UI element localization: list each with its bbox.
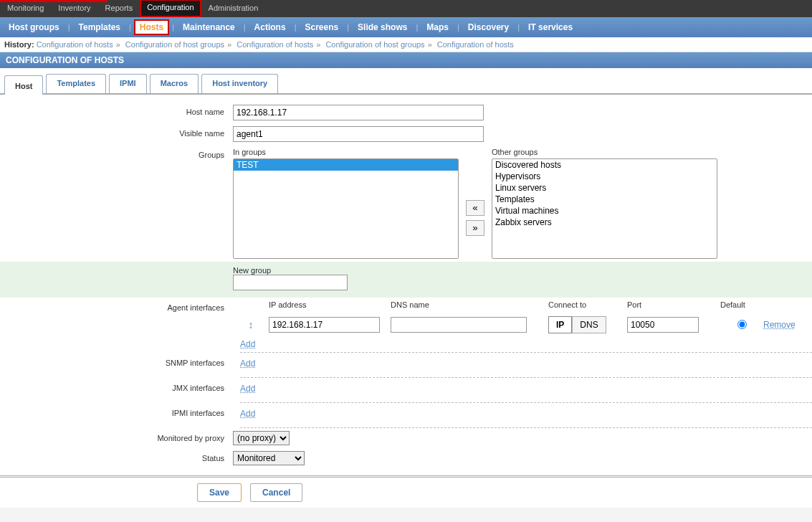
breadcrumb: History: Configuration of hosts» Configu… bbox=[0, 37, 812, 52]
history-link[interactable]: Configuration of hosts bbox=[437, 40, 514, 49]
agent-dns-input[interactable] bbox=[391, 317, 527, 333]
agent-default-radio[interactable] bbox=[737, 320, 747, 329]
host-name-label: Host name bbox=[0, 105, 233, 116]
subnav-discovery[interactable]: Discovery bbox=[462, 19, 515, 35]
subnav-host-groups[interactable]: Host groups bbox=[3, 19, 65, 35]
new-group-label: New group bbox=[233, 266, 348, 275]
group-move-left-button[interactable]: « bbox=[466, 200, 484, 216]
subnav-screens[interactable]: Screens bbox=[299, 19, 344, 35]
sub-nav: Host groups| Templates| Hosts| Maintenan… bbox=[0, 17, 812, 37]
agent-ip-input[interactable] bbox=[269, 317, 380, 333]
jmx-add-link[interactable]: Add bbox=[240, 384, 255, 394]
agent-port-input[interactable] bbox=[627, 317, 699, 333]
subnav-templates[interactable]: Templates bbox=[73, 19, 126, 35]
host-name-input[interactable] bbox=[233, 105, 484, 120]
connect-ip-button[interactable]: IP bbox=[548, 316, 572, 333]
proxy-label: Monitored by proxy bbox=[0, 431, 233, 442]
nav-inventory[interactable]: Inventory bbox=[51, 0, 97, 17]
subnav-actions[interactable]: Actions bbox=[249, 19, 292, 35]
port-header: Port bbox=[627, 300, 720, 313]
drag-handle-icon[interactable]: ↕ bbox=[243, 319, 259, 331]
proxy-select[interactable]: (no proxy) bbox=[233, 431, 290, 445]
history-label: History: bbox=[4, 40, 34, 49]
dns-name-header: DNS name bbox=[391, 300, 548, 313]
snmp-interfaces-label: SNMP interfaces bbox=[0, 356, 233, 367]
ipmi-interfaces-label: IPMI interfaces bbox=[0, 406, 233, 417]
form-tabs: Host Templates IPMI Macros Host inventor… bbox=[0, 70, 812, 95]
connect-to-header: Connect to bbox=[548, 300, 627, 313]
visible-name-input[interactable] bbox=[233, 126, 484, 142]
snmp-add-link[interactable]: Add bbox=[240, 359, 255, 369]
history-link[interactable]: Configuration of hosts bbox=[237, 40, 313, 49]
new-group-input[interactable] bbox=[233, 275, 348, 290]
ip-address-header: IP address bbox=[269, 300, 391, 313]
history-link[interactable]: Configuration of host groups bbox=[325, 40, 424, 49]
agent-interfaces-label: Agent interfaces bbox=[0, 300, 233, 312]
other-groups-select[interactable]: Discovered hosts Hypervisors Linux serve… bbox=[492, 158, 717, 259]
page-title: CONFIGURATION OF HOSTS bbox=[0, 52, 812, 70]
default-header: Default bbox=[720, 300, 763, 313]
jmx-interfaces-label: JMX interfaces bbox=[0, 381, 233, 392]
status-select[interactable]: Monitored bbox=[233, 451, 305, 465]
history-link[interactable]: Configuration of hosts bbox=[37, 40, 113, 49]
connect-dns-button[interactable]: DNS bbox=[572, 316, 606, 333]
subnav-maintenance[interactable]: Maintenance bbox=[177, 19, 241, 35]
in-groups-select[interactable]: TEST bbox=[233, 158, 459, 259]
nav-administration[interactable]: Administration bbox=[201, 0, 266, 17]
nav-reports[interactable]: Reports bbox=[98, 0, 140, 17]
agent-remove-link[interactable]: Remove bbox=[763, 320, 796, 330]
nav-monitoring[interactable]: Monitoring bbox=[0, 0, 51, 17]
other-groups-label: Other groups bbox=[492, 148, 717, 158]
form-footer: Save Cancel bbox=[0, 475, 812, 508]
subnav-slide-shows[interactable]: Slide shows bbox=[352, 19, 413, 35]
tab-ipmi[interactable]: IPMI bbox=[109, 74, 147, 93]
group-move-right-button[interactable]: » bbox=[466, 220, 484, 236]
tab-host[interactable]: Host bbox=[4, 75, 43, 95]
tab-host-inventory[interactable]: Host inventory bbox=[201, 74, 278, 93]
top-nav: Monitoring Inventory Reports Configurati… bbox=[0, 0, 812, 17]
groups-label: Groups bbox=[0, 148, 233, 159]
in-groups-label: In groups bbox=[233, 148, 459, 158]
tab-templates[interactable]: Templates bbox=[46, 74, 106, 93]
subnav-hosts[interactable]: Hosts bbox=[134, 19, 169, 35]
save-button[interactable]: Save bbox=[197, 483, 242, 502]
agent-add-link[interactable]: Add bbox=[240, 339, 255, 349]
ipmi-add-link[interactable]: Add bbox=[240, 409, 255, 419]
tab-macros[interactable]: Macros bbox=[150, 74, 199, 93]
visible-name-label: Visible name bbox=[0, 126, 233, 138]
subnav-maps[interactable]: Maps bbox=[421, 19, 454, 35]
cancel-button[interactable]: Cancel bbox=[250, 483, 302, 502]
subnav-it-services[interactable]: IT services bbox=[522, 19, 578, 35]
history-link[interactable]: Configuration of host groups bbox=[125, 40, 224, 49]
host-form: Host name Visible name Groups In groups … bbox=[0, 95, 812, 475]
status-label: Status bbox=[0, 451, 233, 462]
nav-configuration[interactable]: Configuration bbox=[140, 0, 201, 17]
